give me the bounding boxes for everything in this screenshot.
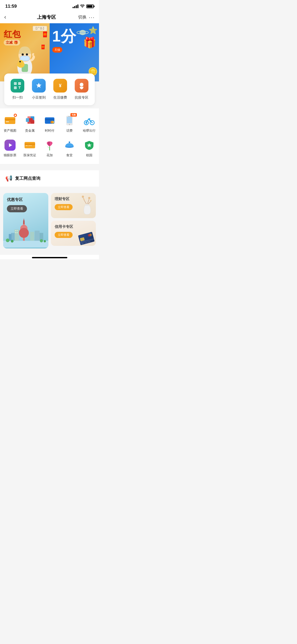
gold-label: 贵金属 <box>25 128 35 133</box>
page-title: 上海专区 <box>37 14 56 20</box>
notice-icon: 📢 <box>5 175 12 182</box>
svg-rect-49 <box>26 145 28 146</box>
tmall-badge: 天猫 <box>52 47 62 53</box>
svg-rect-64 <box>35 231 40 241</box>
notice-text: 复工网点查询 <box>15 176 40 181</box>
banner-right[interactable]: 1分 天猫 ⭐ 🎁 🪙 <box>50 23 99 81</box>
svg-rect-72 <box>17 230 17 231</box>
home-indicator <box>32 257 67 258</box>
star-deco: ⭐ <box>88 26 98 35</box>
promo-card-licai[interactable]: 理财专区 立即查看 <box>51 193 96 218</box>
menu-bike[interactable]: 哈啰出行 <box>80 115 98 133</box>
red-packet: 🧧 <box>42 31 48 38</box>
canteen-icon <box>64 139 75 151</box>
promo-card-credit[interactable]: 信用卡专区 立即查看 ABC 1234 5678 <box>51 221 96 246</box>
banner-left[interactable]: 【广告】 红包 立减 🎁 <box>0 23 50 81</box>
menu-section: 资产视图 贵金属 <box>0 108 99 164</box>
flower-label: 花加 <box>46 153 53 158</box>
promo-card-youhui[interactable]: 优惠专区 立即查看 <box>3 193 48 249</box>
nav-bar: ‹ 上海专区 切换 ··· <box>0 11 99 23</box>
menu-canteen[interactable]: 食堂 <box>60 139 79 158</box>
bike-label: 哈啰出行 <box>83 128 96 133</box>
svg-rect-71 <box>15 230 16 231</box>
svg-rect-32 <box>29 118 33 122</box>
signal-icon <box>73 4 78 8</box>
quick-antivirus[interactable]: 抗疫专区 <box>75 79 88 100</box>
svg-point-79 <box>82 196 84 198</box>
flower-icon <box>44 139 55 151</box>
svg-rect-74 <box>17 232 17 233</box>
svg-rect-60 <box>15 229 19 241</box>
svg-rect-63 <box>30 232 34 241</box>
assets-badge <box>14 114 17 117</box>
city-illustration <box>3 216 48 249</box>
svg-marker-20 <box>36 83 41 88</box>
menu-payment[interactable]: 时时付 <box>40 115 59 133</box>
campus-icon <box>83 139 95 151</box>
antivirus-label: 抗疫专区 <box>75 95 88 100</box>
menu-movie[interactable]: 猫眼影票 <box>1 139 19 158</box>
quick-scan[interactable]: 扫一扫 <box>11 79 24 100</box>
gap1 <box>0 105 99 108</box>
promo-section: 优惠专区 立即查看 <box>0 190 99 252</box>
svg-point-68 <box>11 240 13 242</box>
menu-gold[interactable]: 贵金属 <box>21 115 39 133</box>
gift-deco: 🎁 <box>83 36 96 49</box>
notice-section[interactable]: 📢 复工网点查询 <box>0 170 99 187</box>
menu-phone[interactable]: 优惠 话费 <box>60 115 79 133</box>
status-time: 11:59 <box>5 4 17 9</box>
svg-rect-50 <box>28 145 32 146</box>
assets-icon <box>4 115 16 126</box>
svg-rect-24 <box>5 119 15 120</box>
nav-right: 切换 ··· <box>78 14 95 20</box>
svg-rect-23 <box>5 117 15 124</box>
svg-marker-59 <box>23 218 24 220</box>
svg-point-67 <box>6 238 10 242</box>
quick-checkin[interactable]: 小豆签到 <box>32 79 46 100</box>
quick-utilities[interactable]: ¥ 生活缴费 <box>53 79 67 100</box>
quick-actions-card: 扫一扫 小豆签到 ¥ 生活缴费 抗疫专区 <box>4 73 95 105</box>
banner-right-big: 1分 <box>52 29 76 44</box>
svg-rect-15 <box>15 83 16 84</box>
menu-assets[interactable]: 资产视图 <box>1 115 19 133</box>
svg-point-22 <box>80 83 83 86</box>
svg-rect-38 <box>67 117 72 123</box>
svg-rect-16 <box>19 83 20 84</box>
banner[interactable]: 【广告】 红包 立减 🎁 <box>0 23 99 81</box>
svg-point-36 <box>50 121 53 123</box>
medical-icon <box>24 139 36 151</box>
status-bar: 11:59 <box>0 0 99 11</box>
back-button[interactable]: ‹ <box>4 14 15 21</box>
svg-point-39 <box>69 124 70 125</box>
checkin-icon <box>32 79 46 93</box>
youhui-btn[interactable]: 立即查看 <box>7 205 27 212</box>
utilities-icon: ¥ <box>53 79 67 93</box>
svg-rect-34 <box>45 119 54 120</box>
scan-icon <box>11 79 24 93</box>
menu-medical[interactable]: 医保凭证 <box>21 139 39 158</box>
licai-btn[interactable]: 立即查看 <box>55 204 73 210</box>
menu-row-2: 猫眼影票 医保凭证 <box>0 137 99 162</box>
credit-btn[interactable]: 立即查看 <box>55 232 73 238</box>
menu-campus[interactable]: 校园 <box>80 139 98 158</box>
svg-point-26 <box>15 114 16 116</box>
svg-text:¥: ¥ <box>59 83 62 88</box>
menu-flower[interactable]: 花加 <box>40 139 59 158</box>
banner-left-text: 红包 <box>4 29 21 40</box>
svg-rect-25 <box>6 121 9 122</box>
movie-label: 猫眼影票 <box>4 153 16 158</box>
payment-label: 时时付 <box>45 128 54 133</box>
licai-title: 理财专区 <box>55 197 69 201</box>
phone-icon: 优惠 <box>64 115 75 126</box>
assets-label: 资产视图 <box>4 128 16 133</box>
gap2 <box>0 164 99 167</box>
svg-rect-61 <box>11 233 15 241</box>
svg-point-3 <box>26 53 28 56</box>
checkin-label: 小豆签到 <box>32 95 46 100</box>
more-button[interactable]: ··· <box>89 14 95 20</box>
svg-rect-40 <box>68 116 71 117</box>
switch-button[interactable]: 切换 <box>78 15 87 20</box>
svg-rect-53 <box>69 141 70 143</box>
gold-icon <box>24 115 36 126</box>
svg-rect-58 <box>23 220 25 224</box>
